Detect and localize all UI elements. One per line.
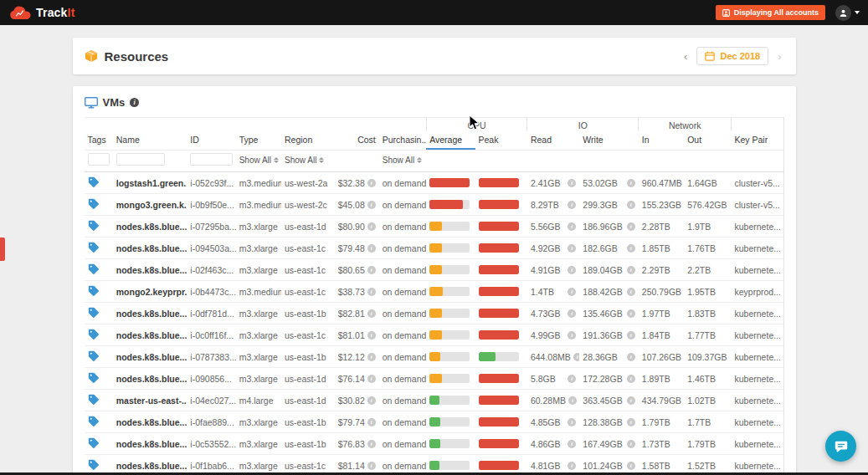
cost-info-icon[interactable] [367, 353, 376, 361]
cost-info-icon[interactable] [367, 201, 376, 209]
cpu-average-bar[interactable] [429, 396, 470, 405]
vm-table-row[interactable]: mongo3.green.k... i-0b9f50e... m3.medium… [85, 194, 784, 216]
cpu-peak-bar[interactable] [479, 178, 519, 187]
col-header-network-out[interactable]: Out [684, 131, 731, 151]
col-header-io-read[interactable]: Read [527, 131, 579, 151]
col-header-cost[interactable]: Cost [330, 131, 378, 151]
cost-info-icon[interactable] [367, 462, 376, 470]
vm-table-row[interactable]: nodes.k8s.blue... i-07295ba... m3.xlarge… [85, 216, 784, 238]
tag-icon[interactable] [88, 198, 99, 209]
cost-info-icon[interactable] [367, 331, 376, 340]
purchasing-filter-select[interactable]: Show All [383, 156, 422, 165]
col-header-region[interactable]: Region [281, 131, 330, 151]
previous-month-button[interactable]: ‹ [681, 49, 690, 64]
read-info-icon[interactable] [568, 375, 576, 383]
vm-table-row[interactable]: master-us-east-... i-04ec027... m4.large… [85, 390, 784, 411]
write-info-icon[interactable] [627, 309, 635, 318]
tag-icon[interactable] [88, 437, 99, 448]
write-info-icon[interactable] [627, 244, 635, 253]
cost-info-icon[interactable] [367, 266, 376, 274]
cost-info-icon[interactable] [367, 244, 376, 253]
vm-table-row[interactable]: nodes.k8s.blue... i-0c53552... m3.xlarge… [85, 433, 784, 455]
read-info-icon[interactable] [568, 222, 576, 231]
tag-icon[interactable] [88, 242, 99, 253]
cpu-peak-bar[interactable] [479, 417, 519, 426]
vm-table-row[interactable]: nodes.k8s.blue... i-02f463c... m3.xlarge… [85, 259, 784, 281]
side-feedback-tab[interactable] [0, 238, 5, 261]
col-header-cpu-average[interactable]: Average [426, 131, 475, 151]
cost-info-icon[interactable] [367, 309, 376, 318]
write-info-icon[interactable] [627, 288, 635, 296]
write-info-icon[interactable] [627, 222, 635, 231]
write-info-icon[interactable] [627, 266, 635, 274]
cpu-peak-bar[interactable] [479, 439, 519, 448]
cpu-average-bar[interactable] [429, 287, 470, 296]
vm-table-row[interactable]: nodes.k8s.blue... i-0c0ff16f... m3.xlarg… [85, 324, 784, 346]
write-info-icon[interactable] [627, 396, 635, 405]
read-info-icon[interactable] [568, 440, 576, 448]
read-info-icon[interactable] [568, 309, 576, 318]
chat-launcher-button[interactable] [825, 431, 856, 462]
col-header-name[interactable]: Name [113, 131, 187, 151]
tag-icon[interactable] [88, 220, 99, 231]
write-info-icon[interactable] [627, 375, 635, 383]
read-info-icon[interactable] [568, 179, 576, 187]
vms-info-icon[interactable] [130, 98, 139, 107]
cpu-average-bar[interactable] [429, 352, 470, 361]
col-header-type[interactable]: Type [236, 131, 281, 151]
col-header-purchasing[interactable]: Purchasin... [379, 131, 426, 151]
cpu-peak-bar[interactable] [479, 309, 519, 318]
tag-icon[interactable] [88, 176, 99, 187]
write-info-icon[interactable] [627, 331, 635, 340]
cost-info-icon[interactable] [367, 288, 376, 296]
write-info-icon[interactable] [627, 462, 635, 470]
cost-info-icon[interactable] [367, 418, 376, 426]
cpu-average-bar[interactable] [429, 309, 470, 318]
cpu-peak-bar[interactable] [479, 287, 519, 296]
name-filter-input[interactable] [116, 153, 165, 166]
vm-table-row[interactable]: mongo2.keyprpr... i-0b4473c... m3.medium… [85, 281, 784, 303]
cost-info-icon[interactable] [367, 396, 376, 405]
col-header-io-write[interactable]: Write [579, 131, 638, 151]
col-header-key-pair[interactable]: Key Pair [732, 131, 783, 151]
write-info-icon[interactable] [627, 353, 635, 361]
tags-filter-input[interactable] [88, 153, 110, 166]
read-info-icon[interactable] [568, 244, 576, 253]
col-header-id[interactable]: ID [187, 131, 235, 151]
cpu-average-bar[interactable] [429, 222, 470, 231]
region-filter-select[interactable]: Show All [285, 156, 324, 165]
next-month-button[interactable]: › [775, 49, 783, 64]
cpu-peak-bar[interactable] [479, 396, 519, 405]
read-info-icon[interactable] [568, 418, 576, 426]
cpu-average-bar[interactable] [429, 200, 470, 209]
cpu-average-bar[interactable] [429, 461, 470, 470]
cpu-average-bar[interactable] [429, 330, 470, 340]
tag-icon[interactable] [88, 372, 99, 383]
cost-info-icon[interactable] [367, 179, 376, 187]
write-info-icon[interactable] [627, 201, 635, 209]
vm-table-row[interactable]: nodes.k8s.blue... i-0787383... m3.xlarge… [85, 346, 784, 368]
user-menu[interactable] [835, 5, 860, 21]
cpu-peak-bar[interactable] [479, 265, 519, 274]
cost-info-icon[interactable] [367, 440, 376, 448]
cpu-average-bar[interactable] [429, 178, 470, 187]
cpu-average-bar[interactable] [429, 374, 470, 383]
write-info-icon[interactable] [627, 179, 635, 187]
vm-table-row[interactable]: nodes.k8s.blue... i-0fae889... m3.xlarge… [85, 411, 784, 433]
type-filter-select[interactable]: Show All [239, 156, 279, 165]
displaying-accounts-button[interactable]: Displaying All accounts [716, 5, 825, 20]
tag-icon[interactable] [88, 285, 99, 296]
cpu-average-bar[interactable] [429, 265, 470, 274]
col-header-cpu-peak[interactable]: Peak [475, 131, 527, 151]
cpu-peak-bar[interactable] [479, 461, 519, 470]
write-info-icon[interactable] [627, 440, 635, 448]
cpu-peak-bar[interactable] [479, 374, 519, 383]
cpu-peak-bar[interactable] [479, 222, 519, 231]
cpu-peak-bar[interactable] [479, 243, 519, 253]
cpu-average-bar[interactable] [429, 417, 470, 426]
read-info-icon[interactable] [568, 331, 576, 340]
read-info-icon[interactable] [568, 396, 577, 405]
cost-info-icon[interactable] [367, 222, 376, 231]
cpu-peak-bar[interactable] [479, 352, 519, 361]
tag-icon[interactable] [88, 459, 99, 470]
